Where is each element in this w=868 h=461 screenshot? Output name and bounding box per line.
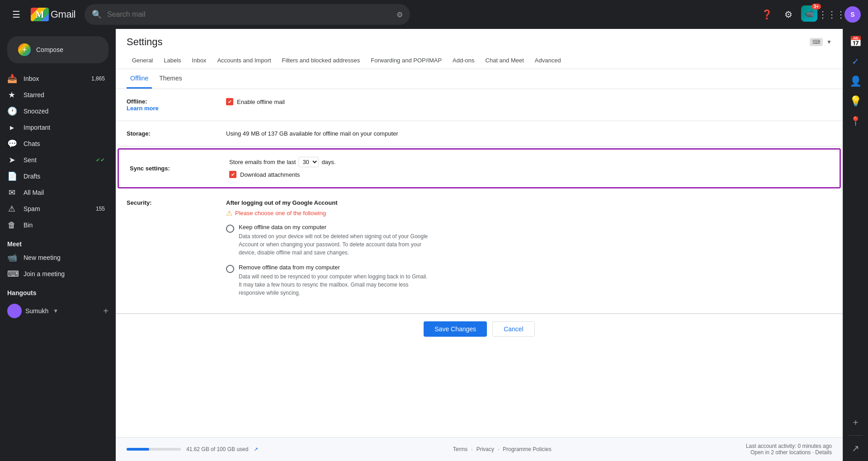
tab-accounts-import[interactable]: Accounts and Import	[212, 53, 276, 69]
new-meeting-icon: 📹	[7, 253, 16, 263]
help-button[interactable]: ❓	[758, 5, 776, 24]
storage-row: Storage: Using 49 MB of 137 GB available…	[116, 121, 843, 146]
right-icon-contacts[interactable]: 👤	[847, 72, 865, 90]
settings-subtabs: Offline Themes	[116, 69, 843, 89]
download-attachments-row: ✔ Download attachments	[229, 171, 829, 178]
save-changes-button[interactable]: Save Changes	[424, 321, 487, 337]
sidebar-item-join-meeting[interactable]: ⌨ Join a meeting	[0, 266, 110, 282]
content-area: Settings ⌨ ▼ General Labels Inbox Accoun…	[116, 29, 843, 461]
main-layout: + Compose 📥 Inbox 1,865 ★ Starred 🕐 Snoo…	[0, 29, 868, 461]
offline-label: Offline:	[127, 98, 147, 105]
settings-dropdown-icon[interactable]: ▼	[826, 39, 832, 45]
learn-more-link[interactable]: Learn more	[127, 105, 159, 112]
tab-filters[interactable]: Filters and blocked addresses	[277, 53, 366, 69]
tab-advanced[interactable]: Advanced	[529, 53, 566, 69]
sync-row: Sync settings: Store emails from the las…	[116, 146, 843, 191]
download-attachments-label: Download attachments	[240, 171, 300, 178]
hangout-user-item[interactable]: Sumukh ▼ +	[7, 302, 108, 320]
storage-label: Storage:	[127, 130, 151, 137]
sidebar-item-starred[interactable]: ★ Starred	[0, 87, 110, 103]
storage-bar	[127, 448, 181, 451]
sync-days-select[interactable]: 7 10 14 30 60 90	[298, 157, 319, 167]
right-icon-add[interactable]: +	[847, 414, 865, 432]
warning-triangle-icon: ⚠	[226, 209, 232, 217]
right-icon-calendar[interactable]: 📅	[847, 33, 865, 51]
last-activity-text: Last account activity: 0 minutes ago	[746, 443, 832, 449]
sync-suffix: days.	[321, 159, 335, 165]
search-options-icon[interactable]: ⚙	[396, 10, 403, 19]
remove-data-radio[interactable]	[226, 265, 234, 273]
compose-button[interactable]: + Compose	[7, 36, 108, 63]
download-attachments-checkbox[interactable]: ✔	[229, 171, 236, 178]
meet-badge[interactable]: 📹 3+	[801, 5, 819, 24]
storage-description: Using 49 MB of 137 GB available for offl…	[226, 130, 398, 137]
keep-data-radio[interactable]	[226, 225, 234, 233]
external-link-icon[interactable]: ↗	[254, 446, 258, 452]
hangout-add-icon[interactable]: +	[103, 306, 108, 316]
open-locations-text: Open in 2 other locations · Details	[746, 449, 832, 456]
all-mail-icon: ✉	[7, 188, 16, 198]
sidebar-item-chats[interactable]: 💬 Chats	[0, 136, 110, 152]
inbox-icon: 📥	[7, 74, 16, 84]
settings-button[interactable]: ⚙	[779, 5, 797, 24]
remove-data-desc: Data will need to be resynced to your co…	[239, 273, 429, 297]
sidebar: + Compose 📥 Inbox 1,865 ★ Starred 🕐 Snoo…	[0, 29, 116, 461]
drafts-icon: 📄	[7, 171, 16, 181]
right-icon-keep[interactable]: 💡	[847, 92, 865, 110]
programme-policies-link[interactable]: Programme Policies	[503, 446, 551, 452]
tab-general[interactable]: General	[127, 53, 158, 69]
settings-content: Offline: Learn more ✔ Enable offline mai…	[116, 89, 843, 437]
sidebar-item-bin[interactable]: 🗑 Bin	[0, 217, 110, 233]
storage-bar-fill	[127, 448, 149, 451]
important-icon: ▸	[7, 122, 16, 132]
remove-data-title: Remove offline data from my computer	[239, 264, 429, 271]
sidebar-item-spam[interactable]: ⚠ Spam 155	[0, 201, 110, 217]
snoozed-label: Snoozed	[24, 108, 105, 115]
tab-inbox[interactable]: Inbox	[187, 53, 212, 69]
right-icon-tasks[interactable]: ✓	[847, 52, 865, 71]
tab-chat-meet[interactable]: Chat and Meet	[480, 53, 529, 69]
settings-nav: General Labels Inbox Accounts and Import…	[127, 53, 832, 69]
sidebar-item-new-meeting[interactable]: 📹 New meeting	[0, 249, 110, 266]
gmail-logo: M Gmail	[31, 8, 75, 21]
privacy-link[interactable]: Privacy	[476, 446, 494, 452]
maps-icon: 📍	[850, 116, 861, 127]
sent-label: Sent	[24, 156, 89, 164]
sync-prefix: Store emails from the last	[229, 159, 296, 165]
subtab-themes[interactable]: Themes	[156, 69, 186, 89]
sidebar-item-snoozed[interactable]: 🕐 Snoozed	[0, 103, 110, 119]
settings-header-right: ⌨ ▼	[810, 38, 832, 46]
compose-label: Compose	[36, 46, 63, 53]
tab-add-ons[interactable]: Add-ons	[447, 53, 480, 69]
sidebar-item-drafts[interactable]: 📄 Drafts	[0, 168, 110, 184]
sync-highlight-border: Sync settings: Store emails from the las…	[118, 148, 841, 188]
subtab-offline[interactable]: Offline	[127, 69, 152, 89]
search-input[interactable]	[107, 10, 391, 19]
sidebar-item-all-mail[interactable]: ✉ All Mail	[0, 184, 110, 201]
hamburger-icon: ☰	[12, 9, 20, 20]
sidebar-item-important[interactable]: ▸ Important	[0, 119, 110, 136]
hamburger-menu[interactable]: ☰	[7, 5, 25, 24]
hangouts-section: Sumukh ▼ +	[0, 298, 116, 324]
join-meeting-icon: ⌨	[7, 269, 16, 279]
avatar[interactable]: S	[844, 6, 861, 23]
starred-icon: ★	[7, 90, 16, 100]
hangout-dropdown-icon[interactable]: ▼	[53, 308, 58, 314]
apps-icon: ⋮⋮⋮	[818, 9, 845, 20]
right-icon-maps[interactable]: 📍	[847, 112, 865, 130]
tab-labels[interactable]: Labels	[158, 53, 186, 69]
tab-forwarding[interactable]: Forwarding and POP/IMAP	[365, 53, 447, 69]
hangout-user-avatar	[7, 304, 22, 318]
enable-offline-row: ✔ Enable offline mail	[226, 98, 832, 105]
keep-data-option[interactable]: Keep offline data on my computer Data st…	[226, 224, 832, 257]
footer-sep-2: ·	[498, 446, 499, 452]
search-bar[interactable]: 🔍 ⚙	[85, 4, 410, 25]
right-icon-expand[interactable]: ↗	[847, 439, 865, 457]
remove-data-option[interactable]: Remove offline data from my computer Dat…	[226, 264, 832, 297]
apps-button[interactable]: ⋮⋮⋮	[823, 5, 841, 24]
sidebar-item-sent[interactable]: ➤ Sent ✔✔	[0, 152, 110, 168]
cancel-button[interactable]: Cancel	[492, 321, 535, 337]
sidebar-item-inbox[interactable]: 📥 Inbox 1,865	[0, 71, 110, 87]
enable-offline-checkbox[interactable]: ✔	[226, 98, 233, 105]
terms-link[interactable]: Terms	[453, 446, 468, 452]
